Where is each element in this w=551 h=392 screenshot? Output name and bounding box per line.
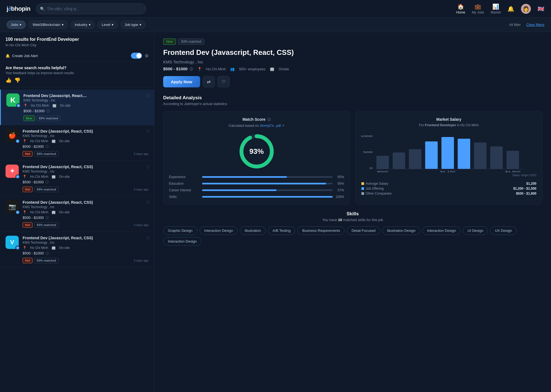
skill-tag[interactable]: Business Requirements [297,226,345,235]
filter-jobtype[interactable]: Job type ▾ [120,21,146,29]
legend-left: Other Companies [361,192,392,195]
salary-info-icon[interactable]: ⓘ [190,67,193,71]
salary-info-icon[interactable]: ⓘ [45,216,49,220]
svg-rect-5 [376,156,389,169]
salary-info-icon[interactable]: ⓘ [46,109,50,113]
job-tag: Hot [23,258,33,263]
chart-legend: Average Salary $1,200 Job Offering $1,20… [361,182,537,195]
save-job-button[interactable]: ♡ [146,129,150,134]
settings-icon[interactable]: ⚙ [145,53,149,58]
feedback-box: Are these search results helpful? Your f… [0,62,154,87]
job-company: KMS Technology , Inc [23,134,149,138]
job-tag: 93% matched [34,222,58,228]
svg-rect-8 [425,141,437,169]
job-card-0[interactable]: K ✓ Frontend Dev (Javascript, React.... … [0,90,154,125]
progress-label: Skills [169,195,199,199]
location-icon: 📍 [23,139,27,143]
search-bar[interactable]: 🔍 [36,3,146,14]
notification-bell[interactable]: 🔔 [507,6,514,12]
job-title: Frontend Dev (Javascript, React, CSS) [23,165,149,169]
legend-value: $500 - $1,800 [516,192,536,195]
save-job-button[interactable]: ♡ [146,165,150,170]
job-card-4[interactable]: V ✓ Frontend Dev (Javascript, React, CSS… [0,232,154,267]
job-detail-panel: New 93% matched Frontend Dev (Javascript… [154,32,551,392]
legend-left: Average Salary [361,182,388,186]
job-tags: Hot93% matched 3 days ago [23,187,149,192]
donut-chart: 93% [169,132,344,171]
skill-tag[interactable]: Interaction Design [200,226,238,235]
skill-tag[interactable]: Interaction Design [423,226,461,235]
filter-jobs[interactable]: Jobs ▾ [7,21,26,29]
job-location: Ho Chi Minh [206,67,226,71]
filter-level[interactable]: Level ▾ [98,21,118,29]
skill-tag[interactable]: Illustration [240,226,265,235]
job-tag: Hot [23,222,33,228]
save-job-button[interactable]: ♡ [217,76,230,87]
save-job-button[interactable]: ♡ [146,93,150,99]
filter-industry[interactable]: Industry ▾ [71,21,95,29]
skill-tag[interactable]: Detail Focused [347,226,380,235]
logo[interactable]: j∂bhopin [7,5,30,12]
match-info-icon[interactable]: ⓘ [267,118,271,122]
job-card-3[interactable]: 📷 ✓ Frontend Dev (Javascript, React, CSS… [0,196,154,232]
progress-label: Experience [169,175,199,179]
job-location: Ho Chi Minh [31,104,49,108]
progress-bar-fill [202,189,276,191]
filter-web3[interactable]: Web3/Blockchain ▾ [28,21,68,29]
progress-bar-fill [202,183,326,184]
skill-tag[interactable]: UX Design [490,226,517,235]
web3-chevron: ▾ [62,23,64,27]
building-icon: 🏢 [52,175,56,179]
company-logo-wrapper: ✦ ✓ [6,165,19,178]
level-label: Level [102,23,110,27]
legend-item: Average Salary $1,200 [361,182,537,186]
verified-badge: ✓ [15,210,20,214]
salary-info-icon[interactable]: ⓘ [45,180,49,184]
search-input[interactable] [47,7,142,11]
job-card-1[interactable]: 🍎 ✓ Frontend Dev (Javascript, React, CSS… [0,125,154,161]
job-card-2[interactable]: ✦ ✓ Frontend Dev (Javascript, React, CSS… [0,161,154,196]
job-date: 3 days ago [134,259,149,262]
job-detail-meta: $500 - $1000 ⓘ 📍 Ho Chi Minh 👥 500+ empl… [163,66,542,72]
match-score-sub: Calculated based on JimmyCV...pdf ↗ [169,124,344,128]
progress-label: Education [169,182,199,186]
progress-item: Experience 65% [169,175,344,179]
skill-tag[interactable]: Interaction Design [163,237,201,246]
alert-toggle[interactable] [131,53,142,59]
skill-tag[interactable]: UI Design [463,226,488,235]
header: j∂bhopin 🔍 🏠 Home 💼 My Jobs 📊 Market 🔔 👩… [0,0,551,18]
language-flag[interactable]: 🇬🇧 [537,6,544,12]
all-filter-button[interactable]: All filter [506,21,524,28]
job-tag: 93% matched [34,187,58,192]
svg-rect-11 [474,143,486,169]
location-icon: 📍 [23,210,27,214]
legend-label: Job Offering [366,187,384,190]
salary-info-icon[interactable]: ⓘ [45,251,49,255]
job-info: Frontend Dev (Javascript, React, CSS) KM… [23,129,149,157]
nav-home[interactable]: 🏠 Home [456,3,465,14]
job-detail-company: KMS Technology , Inc [163,60,542,64]
job-meta: 📍 Ho Chi Minh 🏢 On-site [23,175,149,179]
clear-filters-button[interactable]: Clear filters [526,23,544,27]
save-job-button[interactable]: ♡ [146,200,150,205]
job-salary: $500 - $1000 ⓘ [23,180,149,185]
progress-bar-fill [202,176,287,178]
skill-tag[interactable]: Graphic Design [163,226,197,235]
user-avatar[interactable]: 👩 [521,4,531,14]
results-title: 100 results for FrontEnd Developer [6,37,149,42]
nav-myjobs[interactable]: 💼 My Jobs [472,3,484,14]
thumbs-down-button[interactable]: 👎 [14,77,20,83]
building-icon: 🏢 [52,246,56,250]
nav-market[interactable]: 📊 Market [491,3,501,14]
skill-tag[interactable]: A/B Testing [268,226,295,235]
svg-rect-13 [506,151,519,169]
thumbs-up-button[interactable]: 👍 [6,77,12,83]
location-icon: 📍 [23,175,27,179]
cv-link[interactable]: JimmyCV...pdf [260,124,281,128]
skill-tag[interactable]: Illustration Design [382,226,420,235]
save-job-button[interactable]: ♡ [146,236,150,241]
apply-now-button[interactable]: Apply Now [163,76,200,87]
share-button[interactable]: ⇄ [203,76,215,87]
legend-item: Other Companies $500 - $1,800 [361,192,537,195]
salary-info-icon[interactable]: ⓘ [45,145,49,149]
